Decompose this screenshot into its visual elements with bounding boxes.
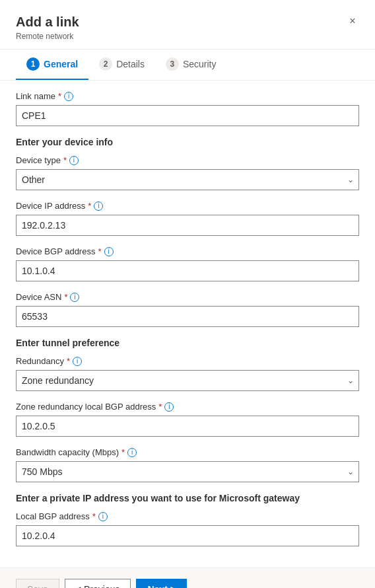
add-link-modal: Add a link Remote network × 1 General 2 … [0,0,375,588]
device-type-required: * [63,155,67,165]
device-asn-group: Device ASN * i [16,292,359,327]
tabs-bar: 1 General 2 Details 3 Security [0,50,375,81]
bandwidth-info-icon[interactable]: i [127,448,137,457]
redundancy-info-icon[interactable]: i [73,357,82,366]
link-name-info-icon[interactable]: i [64,92,73,101]
local-bgp-info-icon[interactable]: i [98,512,108,521]
device-type-select-wrapper: Other Cisco Palo Alto Juniper Check Poin… [16,169,359,190]
link-name-required: * [58,91,61,101]
local-bgp-group: Local BGP address * i [16,511,359,546]
tab-general[interactable]: 1 General [16,50,88,80]
device-bgp-group: Device BGP address * i [16,246,359,281]
previous-button[interactable]: < Previous [65,579,131,588]
device-type-select[interactable]: Other Cisco Palo Alto Juniper Check Poin… [16,169,359,190]
close-button[interactable]: × [343,12,362,30]
device-asn-input[interactable] [16,306,359,327]
local-bgp-required: * [92,511,96,521]
redundancy-select[interactable]: Zone redundancy No redundancy [16,370,359,391]
local-bgp-label: Local BGP address * i [16,511,359,521]
zone-bgp-required: * [158,402,162,412]
modal-title: Add a link [16,13,359,30]
bandwidth-required: * [121,447,125,457]
zone-bgp-group: Zone redundancy local BGP address * i [16,402,359,437]
device-ip-input[interactable] [16,215,359,236]
tab-security-label: Security [183,59,217,69]
tab-details-number: 2 [99,57,112,71]
zone-bgp-label: Zone redundancy local BGP address * i [16,402,359,412]
device-bgp-label: Device BGP address * i [16,246,359,256]
device-asn-label: Device ASN * i [16,292,359,302]
tab-security-number: 3 [166,57,179,71]
device-bgp-input[interactable] [16,260,359,281]
tunnel-preference-heading: Enter tunnel preference [16,338,359,348]
device-ip-label: Device IP address * i [16,201,359,211]
gateway-heading: Enter a private IP address you want to u… [16,493,359,503]
zone-bgp-input[interactable] [16,416,359,437]
device-type-label: Device type * i [16,155,359,165]
zone-bgp-info-icon[interactable]: i [164,402,174,412]
redundancy-group: Redundancy * i Zone redundancy No redund… [16,356,359,391]
modal-footer: Save < Previous Next > [0,568,375,588]
device-bgp-info-icon[interactable]: i [104,247,114,256]
redundancy-required: * [67,356,70,366]
tab-security[interactable]: 3 Security [155,50,227,80]
bandwidth-label: Bandwidth capacity (Mbps) * i [16,447,359,457]
bandwidth-select[interactable]: 250 Mbps 500 Mbps 750 Mbps 1 Gbps [16,461,359,482]
device-ip-group: Device IP address * i [16,201,359,236]
next-button[interactable]: Next > [136,579,186,588]
link-name-label: Link name * i [16,91,359,101]
device-asn-info-icon[interactable]: i [70,293,79,302]
tab-details[interactable]: 2 Details [88,50,155,80]
modal-header: Add a link Remote network × [0,0,375,50]
redundancy-select-wrapper: Zone redundancy No redundancy ⌄ [16,370,359,391]
save-button[interactable]: Save [16,579,59,588]
device-bgp-required: * [98,246,101,256]
device-type-group: Device type * i Other Cisco Palo Alto Ju… [16,155,359,190]
device-type-info-icon[interactable]: i [69,156,79,165]
modal-subtitle: Remote network [16,32,359,41]
form-content: Link name * i Enter your device info Dev… [0,81,375,568]
redundancy-label: Redundancy * i [16,356,359,366]
bandwidth-select-wrapper: 250 Mbps 500 Mbps 750 Mbps 1 Gbps ⌄ [16,461,359,482]
link-name-input[interactable] [16,105,359,126]
device-asn-required: * [64,292,67,302]
bandwidth-group: Bandwidth capacity (Mbps) * i 250 Mbps 5… [16,447,359,482]
tab-details-label: Details [116,59,145,69]
tab-general-number: 1 [26,57,40,71]
device-info-heading: Enter your device info [16,137,359,147]
device-ip-required: * [88,201,91,211]
local-bgp-input[interactable] [16,525,359,546]
device-ip-info-icon[interactable]: i [94,202,103,211]
link-name-group: Link name * i [16,91,359,126]
tab-general-label: General [44,59,78,69]
